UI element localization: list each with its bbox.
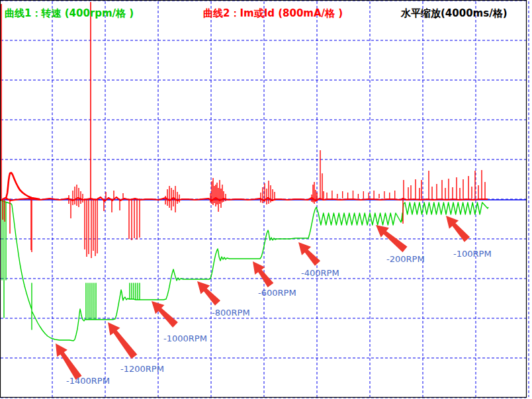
current-trace xyxy=(6,173,40,199)
speed-trace xyxy=(0,200,488,341)
annotation-arrow xyxy=(446,216,470,242)
annotation-label: -400RPM xyxy=(301,268,339,278)
horizontal-zoom-title: 水平缩放(4000ms/格) xyxy=(401,7,508,20)
scope-plot: -1400RPM-1200RPM-1000RPM-800RPM-600RPM-4… xyxy=(0,0,532,399)
annotation-arrow xyxy=(108,322,137,359)
annotation-arrow xyxy=(197,281,220,306)
curve2-title: 曲线2：Im或Id (800mA/格 ) xyxy=(203,7,343,20)
annotation-label: -200RPM xyxy=(386,254,425,264)
curve1-title: 曲线1：转速 (400rpm/格 ) xyxy=(5,7,134,20)
annotation-label: -800RPM xyxy=(212,308,250,318)
annotation-label: -100RPM xyxy=(453,249,492,259)
annotation-arrow xyxy=(152,301,178,328)
annotation-label: -600RPM xyxy=(258,288,296,298)
annotation-arrow xyxy=(253,261,273,287)
oscilloscope-canvas: -1400RPM-1200RPM-1000RPM-800RPM-600RPM-4… xyxy=(0,0,532,399)
annotation-arrow xyxy=(56,343,82,380)
annotation-label: -1000RPM xyxy=(163,333,207,343)
annotation-label: -1200RPM xyxy=(120,364,164,374)
annotation-label: -1400RPM xyxy=(66,376,110,386)
